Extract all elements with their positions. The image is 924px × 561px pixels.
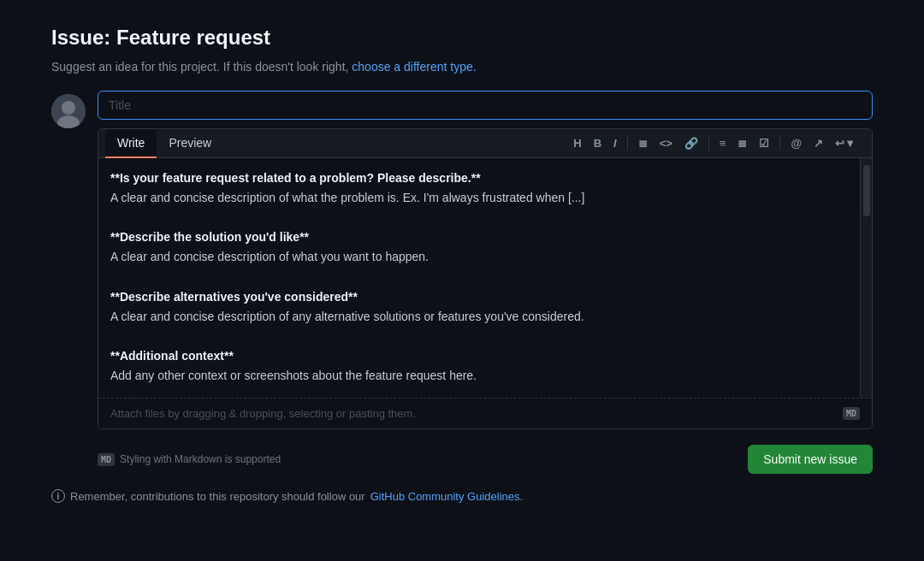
choose-type-link[interactable]: choose a different type.	[352, 60, 476, 74]
ordered-list-icon[interactable]: ≣	[733, 134, 751, 152]
markdown-note: MD Styling with Markdown is supported	[98, 453, 281, 466]
subtitle: Suggest an idea for this project. If thi…	[51, 60, 873, 74]
section1-bold: **Is your feature request related to a p…	[110, 171, 481, 185]
section4-text: Add any other context or screenshots abo…	[110, 369, 477, 382]
avatar	[51, 94, 86, 128]
page-container: Issue: Feature request Suggest an idea f…	[0, 0, 924, 529]
community-text: Remember, contributions to this reposito…	[70, 490, 365, 503]
section2-bold: **Describe the solution you'd like**	[110, 230, 309, 244]
markdown-badge-footer: MD	[98, 453, 115, 466]
subtitle-text: Suggest an idea for this project. If thi…	[51, 60, 348, 74]
editor-body: **Is your feature request related to a p…	[98, 158, 872, 398]
section3-bold: **Describe alternatives you've considere…	[110, 290, 358, 304]
info-icon: i	[51, 489, 65, 503]
section4-bold: **Additional context**	[110, 349, 234, 363]
editor-tabs-bar: Write Preview H B I ≣ <> 🔗	[98, 129, 872, 158]
svg-point-1	[62, 101, 75, 115]
editor-text-area[interactable]: **Is your feature request related to a p…	[98, 158, 860, 398]
mention-icon[interactable]: @	[786, 134, 806, 152]
avatar-img	[51, 94, 86, 128]
divider-1	[627, 137, 628, 151]
markdown-label: Styling with Markdown is supported	[120, 453, 281, 465]
task-list-icon[interactable]: ☑	[755, 134, 773, 152]
italic-icon[interactable]: I	[609, 134, 621, 152]
scrollbar-track[interactable]	[860, 158, 872, 398]
link-icon[interactable]: 🔗	[680, 134, 702, 152]
heading-icon[interactable]: H	[569, 134, 585, 152]
editor-wrapper: Write Preview H B I ≣ <> 🔗	[98, 128, 873, 429]
markdown-badge-attach: MD	[843, 407, 860, 420]
community-link[interactable]: GitHub Community Guidelines.	[370, 490, 523, 503]
form-footer: MD Styling with Markdown is supported Su…	[98, 438, 873, 479]
tab-write[interactable]: Write	[105, 129, 157, 158]
section3-text: A clear and concise description of any a…	[110, 310, 584, 323]
list-indent-icon[interactable]: ≣	[634, 134, 652, 152]
toolbar-icons: H B I ≣ <> 🔗 ≡ ≣ ☑ @ ↗ ↩▼	[564, 131, 865, 156]
tab-preview[interactable]: Preview	[157, 129, 223, 158]
divider-3	[779, 137, 780, 151]
page-title: Issue: Feature request	[51, 26, 873, 50]
title-input[interactable]	[98, 91, 873, 120]
attach-text: Attach files by dragging & dropping, sel…	[110, 407, 416, 420]
reference-icon[interactable]: ↗	[809, 134, 827, 152]
bold-icon[interactable]: B	[589, 134, 606, 152]
scrollbar-thumb[interactable]	[863, 165, 870, 216]
undo-icon[interactable]: ↩▼	[831, 134, 860, 152]
section2-text: A clear and concise description of what …	[110, 250, 429, 263]
issue-form: Write Preview H B I ≣ <> 🔗	[51, 91, 873, 479]
divider-2	[708, 137, 709, 151]
unordered-list-icon[interactable]: ≡	[715, 134, 731, 152]
community-note: i Remember, contributions to this reposi…	[51, 489, 873, 503]
code-icon[interactable]: <>	[655, 134, 677, 152]
section1-text: A clear and concise description of what …	[110, 191, 584, 204]
attach-bar: Attach files by dragging & dropping, sel…	[98, 398, 872, 428]
submit-button[interactable]: Submit new issue	[748, 445, 873, 474]
form-content: Write Preview H B I ≣ <> 🔗	[98, 91, 873, 479]
